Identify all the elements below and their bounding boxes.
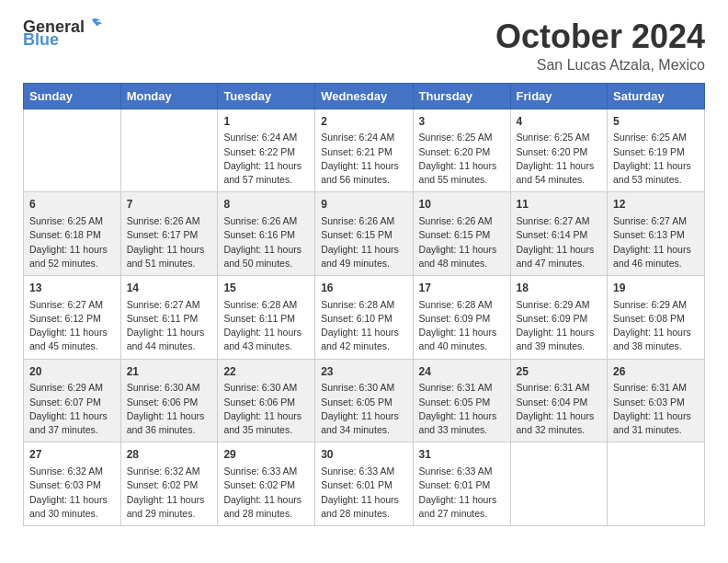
day-number: 9 [321, 197, 406, 213]
calendar-cell [120, 109, 218, 192]
day-number: 27 [29, 447, 115, 463]
day-number: 3 [419, 114, 505, 130]
calendar-cell: 1Sunrise: 6:24 AMSunset: 6:22 PMDaylight… [218, 109, 315, 192]
calendar-cell: 27Sunrise: 6:32 AMSunset: 6:03 PMDayligh… [24, 442, 121, 526]
calendar-cell: 20Sunrise: 6:29 AMSunset: 6:07 PMDayligh… [24, 359, 121, 442]
cell-content: Sunrise: 6:28 AMSunset: 6:09 PMDaylight:… [419, 298, 505, 354]
day-number: 13 [29, 281, 115, 296]
calendar-cell: 3Sunrise: 6:25 AMSunset: 6:20 PMDaylight… [413, 109, 510, 192]
cell-content: Sunrise: 6:30 AMSunset: 6:06 PMDaylight:… [223, 381, 309, 437]
weekday-header-wednesday: Wednesday [315, 83, 413, 109]
day-number: 31 [419, 447, 505, 463]
calendar-cell: 21Sunrise: 6:30 AMSunset: 6:06 PMDayligh… [120, 359, 218, 442]
day-number: 16 [321, 281, 406, 296]
calendar-cell [510, 442, 607, 526]
cell-content: Sunrise: 6:33 AMSunset: 6:01 PMDaylight:… [419, 465, 505, 521]
day-number: 7 [127, 197, 212, 213]
calendar-cell: 28Sunrise: 6:32 AMSunset: 6:02 PMDayligh… [120, 442, 218, 526]
cell-content: Sunrise: 6:26 AMSunset: 6:16 PMDaylight:… [223, 214, 309, 270]
weekday-header-tuesday: Tuesday [218, 83, 315, 109]
day-number: 18 [517, 281, 601, 296]
day-number: 4 [517, 114, 601, 130]
calendar-cell: 19Sunrise: 6:29 AMSunset: 6:08 PMDayligh… [608, 275, 705, 359]
day-number: 26 [613, 364, 699, 380]
weekday-header-friday: Friday [510, 83, 607, 109]
calendar-week-row: 27Sunrise: 6:32 AMSunset: 6:03 PMDayligh… [24, 442, 705, 526]
logo: General Blue [23, 18, 107, 48]
day-number: 22 [223, 364, 309, 380]
cell-content: Sunrise: 6:29 AMSunset: 6:07 PMDaylight:… [29, 381, 115, 437]
weekday-header-thursday: Thursday [413, 83, 510, 109]
weekday-header-sunday: Sunday [24, 83, 121, 109]
day-number: 20 [29, 364, 115, 380]
calendar-week-row: 6Sunrise: 6:25 AMSunset: 6:18 PMDaylight… [24, 192, 705, 276]
calendar-cell: 18Sunrise: 6:29 AMSunset: 6:09 PMDayligh… [510, 275, 607, 359]
calendar-cell: 14Sunrise: 6:27 AMSunset: 6:11 PMDayligh… [120, 275, 218, 359]
cell-content: Sunrise: 6:31 AMSunset: 6:04 PMDaylight:… [517, 381, 601, 437]
calendar-cell: 30Sunrise: 6:33 AMSunset: 6:01 PMDayligh… [315, 442, 413, 526]
cell-content: Sunrise: 6:25 AMSunset: 6:19 PMDaylight:… [613, 131, 699, 187]
calendar-cell: 7Sunrise: 6:26 AMSunset: 6:17 PMDaylight… [120, 192, 218, 276]
cell-content: Sunrise: 6:25 AMSunset: 6:20 PMDaylight:… [419, 131, 505, 187]
day-number: 6 [29, 197, 115, 213]
day-number: 19 [613, 281, 699, 296]
cell-content: Sunrise: 6:30 AMSunset: 6:05 PMDaylight:… [321, 381, 406, 437]
cell-content: Sunrise: 6:27 AMSunset: 6:12 PMDaylight:… [29, 298, 115, 354]
calendar-cell: 29Sunrise: 6:33 AMSunset: 6:02 PMDayligh… [218, 442, 315, 526]
cell-content: Sunrise: 6:31 AMSunset: 6:05 PMDaylight:… [419, 381, 505, 437]
cell-content: Sunrise: 6:27 AMSunset: 6:11 PMDaylight:… [127, 298, 212, 354]
day-number: 28 [127, 447, 212, 463]
calendar-cell [24, 109, 121, 192]
cell-content: Sunrise: 6:33 AMSunset: 6:02 PMDaylight:… [223, 465, 309, 521]
calendar-cell: 13Sunrise: 6:27 AMSunset: 6:12 PMDayligh… [24, 275, 121, 359]
calendar-cell: 12Sunrise: 6:27 AMSunset: 6:13 PMDayligh… [608, 192, 705, 276]
logo-bird-icon [86, 15, 107, 35]
cell-content: Sunrise: 6:28 AMSunset: 6:10 PMDaylight:… [321, 298, 406, 354]
cell-content: Sunrise: 6:26 AMSunset: 6:17 PMDaylight:… [127, 214, 212, 270]
day-number: 2 [321, 114, 406, 130]
cell-content: Sunrise: 6:24 AMSunset: 6:22 PMDaylight:… [223, 131, 309, 187]
cell-content: Sunrise: 6:32 AMSunset: 6:03 PMDaylight:… [29, 465, 115, 521]
day-number: 10 [419, 197, 505, 213]
cell-content: Sunrise: 6:27 AMSunset: 6:13 PMDaylight:… [613, 214, 699, 270]
calendar-cell: 11Sunrise: 6:27 AMSunset: 6:14 PMDayligh… [510, 192, 607, 276]
page-header: General Blue October 2024 San Lucas Atza… [23, 18, 705, 74]
day-number: 17 [419, 281, 505, 296]
cell-content: Sunrise: 6:30 AMSunset: 6:06 PMDaylight:… [127, 381, 212, 437]
logo-blue-text: Blue [23, 31, 59, 48]
cell-content: Sunrise: 6:32 AMSunset: 6:02 PMDaylight:… [127, 465, 212, 521]
calendar-cell: 2Sunrise: 6:24 AMSunset: 6:21 PMDaylight… [315, 109, 413, 192]
weekday-header-saturday: Saturday [608, 83, 705, 109]
cell-content: Sunrise: 6:25 AMSunset: 6:18 PMDaylight:… [29, 214, 115, 270]
day-number: 8 [223, 197, 309, 213]
day-number: 25 [517, 364, 601, 380]
calendar-cell: 10Sunrise: 6:26 AMSunset: 6:15 PMDayligh… [413, 192, 510, 276]
cell-content: Sunrise: 6:29 AMSunset: 6:08 PMDaylight:… [613, 298, 699, 354]
calendar-cell: 22Sunrise: 6:30 AMSunset: 6:06 PMDayligh… [218, 359, 315, 442]
title-section: October 2024 San Lucas Atzala, Mexico [495, 18, 705, 74]
cell-content: Sunrise: 6:27 AMSunset: 6:14 PMDaylight:… [517, 214, 601, 270]
calendar-cell: 15Sunrise: 6:28 AMSunset: 6:11 PMDayligh… [218, 275, 315, 359]
cell-content: Sunrise: 6:24 AMSunset: 6:21 PMDaylight:… [321, 131, 406, 187]
calendar-cell: 31Sunrise: 6:33 AMSunset: 6:01 PMDayligh… [413, 442, 510, 526]
calendar-week-row: 20Sunrise: 6:29 AMSunset: 6:07 PMDayligh… [24, 359, 705, 442]
calendar-cell: 5Sunrise: 6:25 AMSunset: 6:19 PMDaylight… [608, 109, 705, 192]
calendar-table: SundayMondayTuesdayWednesdayThursdayFrid… [23, 83, 705, 526]
day-number: 24 [419, 364, 505, 380]
cell-content: Sunrise: 6:33 AMSunset: 6:01 PMDaylight:… [321, 465, 406, 521]
cell-content: Sunrise: 6:26 AMSunset: 6:15 PMDaylight:… [419, 214, 505, 270]
calendar-cell: 8Sunrise: 6:26 AMSunset: 6:16 PMDaylight… [218, 192, 315, 276]
calendar-cell: 16Sunrise: 6:28 AMSunset: 6:10 PMDayligh… [315, 275, 413, 359]
calendar-cell: 17Sunrise: 6:28 AMSunset: 6:09 PMDayligh… [413, 275, 510, 359]
calendar-cell: 24Sunrise: 6:31 AMSunset: 6:05 PMDayligh… [413, 359, 510, 442]
day-number: 30 [321, 447, 406, 463]
cell-content: Sunrise: 6:28 AMSunset: 6:11 PMDaylight:… [223, 298, 309, 354]
day-number: 11 [517, 197, 601, 213]
day-number: 1 [223, 114, 309, 130]
calendar-cell: 9Sunrise: 6:26 AMSunset: 6:15 PMDaylight… [315, 192, 413, 276]
calendar-cell: 4Sunrise: 6:25 AMSunset: 6:20 PMDaylight… [510, 109, 607, 192]
cell-content: Sunrise: 6:29 AMSunset: 6:09 PMDaylight:… [517, 298, 601, 354]
calendar-cell: 26Sunrise: 6:31 AMSunset: 6:03 PMDayligh… [608, 359, 705, 442]
day-number: 29 [223, 447, 309, 463]
cell-content: Sunrise: 6:25 AMSunset: 6:20 PMDaylight:… [517, 131, 601, 187]
